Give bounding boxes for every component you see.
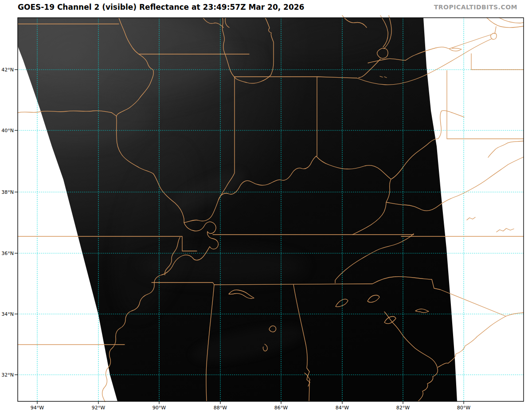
lon-label: 82°W	[396, 405, 410, 411]
satellite-map: 42°N40°N38°N36°N34°N32°N94°W92°W90°W88°W…	[0, 0, 532, 412]
lon-label: 92°W	[92, 405, 105, 411]
lon-label: 94°W	[31, 405, 44, 411]
lat-label: 42°N	[1, 67, 14, 73]
lon-label: 80°W	[457, 405, 470, 411]
lat-label: 32°N	[1, 372, 14, 378]
lon-label: 90°W	[153, 405, 166, 411]
page-root: GOES-19 Channel 2 (visible) Reflectance …	[0, 0, 532, 412]
lon-label: 86°W	[274, 405, 288, 411]
lat-label: 34°N	[1, 311, 14, 317]
lon-label: 88°W	[214, 405, 227, 411]
lon-label: 84°W	[336, 405, 349, 411]
lat-label: 36°N	[1, 251, 14, 256]
satellite-scan-area	[0, 13, 457, 401]
lat-label: 38°N	[1, 189, 14, 195]
lat-label: 40°N	[1, 128, 14, 133]
